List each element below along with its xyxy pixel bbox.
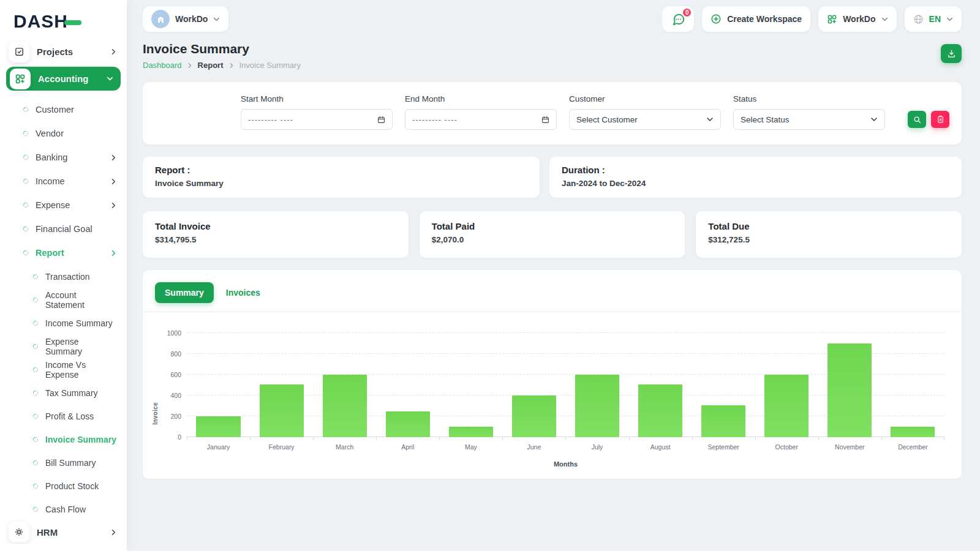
filter-panel: Start Month --------- ---- End Month ---… [143, 82, 962, 144]
sidebar-item-financial-goal[interactable]: Financial Goal [0, 217, 127, 241]
sidebar-item-projects[interactable]: Projects [0, 40, 127, 63]
total-invoice-card: Total Invoice $314,795.5 [143, 211, 409, 258]
bullet-icon [32, 459, 39, 466]
sidebar-item-label: Vendor [36, 129, 64, 138]
y-tick-label: 400 [159, 392, 181, 399]
chevron-down-icon [881, 16, 888, 23]
sidebar-item-accounting[interactable]: Accounting [6, 67, 121, 91]
tab-summary[interactable]: Summary [155, 282, 214, 303]
bar-cell-june [502, 333, 565, 437]
sidebar-item-label: Report [36, 248, 64, 258]
customer-select[interactable]: Select Customer [569, 109, 721, 130]
grid-plus-icon [10, 69, 31, 89]
chevron-down-icon [107, 75, 113, 82]
check-square-icon [9, 42, 29, 62]
start-month-input[interactable]: --------- ---- [241, 109, 393, 130]
report-info-row: Report : Invoice Summary Duration : Jan-… [143, 157, 962, 198]
x-axis-labels: JanuaryFebruaryMarchAprilMayJuneJulyAugu… [187, 437, 944, 451]
sidebar-item-income-summary[interactable]: Income Summary [0, 312, 127, 335]
download-report-button[interactable] [941, 44, 962, 63]
app-logo[interactable]: DASH [0, 7, 127, 40]
workdo-menu-label: WorkDo [843, 14, 875, 24]
apply-filter-button[interactable] [908, 111, 926, 128]
sidebar-item-bill-summary[interactable]: Bill Summary [0, 451, 127, 474]
bar-cell-october [755, 333, 818, 437]
sidebar-item-expense-summary[interactable]: Expense Summary [0, 335, 127, 358]
bar-cell-may [439, 333, 502, 437]
filter-buttons [908, 111, 949, 130]
sidebar-item-label: Transaction [45, 272, 90, 282]
sidebar-item-hrm[interactable]: HRM [0, 521, 127, 544]
globe-icon [913, 14, 924, 24]
x-tick-label-december: December [881, 437, 944, 451]
bullet-icon [32, 389, 39, 396]
sidebar-item-income[interactable]: Income [0, 170, 127, 193]
y-tick-label: 0 [159, 433, 181, 441]
total-due-card: Total Due $312,725.5 [696, 211, 962, 258]
bullet-icon [22, 178, 29, 185]
total-due-value: $312,725.5 [708, 235, 949, 244]
messages-button[interactable]: 0 [662, 6, 694, 32]
bar-december [891, 427, 935, 437]
sidebar-item-transaction[interactable]: Transaction [0, 265, 127, 288]
hrm-icon [9, 522, 29, 542]
reset-filter-button[interactable] [931, 111, 949, 128]
create-workspace-label: Create Workspace [727, 14, 802, 24]
sidebar-item-product-stock[interactable]: Product Stock [0, 474, 127, 498]
sidebar-item-label: Invoice Summary [45, 435, 116, 444]
bar-cell-march [313, 333, 376, 437]
breadcrumb-report[interactable]: Report [198, 61, 224, 70]
invoice-bar-chart: Invoice 02004006008001000 JanuaryFebruar… [143, 312, 962, 468]
sidebar-item-label: Banking [36, 152, 67, 162]
sidebar-item-label: Income Summary [45, 318, 113, 328]
bar-may [449, 427, 493, 437]
workdo-menu-button[interactable]: WorkDo [818, 6, 896, 32]
bullet-icon [22, 226, 29, 233]
x-tick-label-january: January [187, 437, 250, 451]
language-selector[interactable]: EN [905, 6, 962, 32]
sidebar-item-banking[interactable]: Banking [0, 146, 127, 170]
sidebar-item-income-vs-expense[interactable]: Income Vs Expense [0, 358, 127, 381]
bullet-icon [32, 273, 39, 280]
sidebar-item-vendor[interactable]: Vendor [0, 122, 127, 146]
workspace-switcher[interactable]: WorkDo [143, 6, 228, 32]
bullet-icon [22, 154, 29, 161]
end-month-input[interactable]: --------- ---- [405, 109, 557, 130]
bar-cell-november [818, 333, 881, 437]
x-tick-label-april: April [376, 437, 439, 451]
sidebar-item-report[interactable]: Report [0, 241, 127, 265]
breadcrumb-dashboard[interactable]: Dashboard [143, 61, 182, 70]
bar-april [386, 411, 430, 438]
bullet-icon [32, 506, 39, 512]
bar-july [575, 375, 619, 437]
sidebar-item-label: Bill Summary [45, 458, 96, 468]
total-due-label: Total Due [708, 221, 949, 231]
chevron-down-icon [213, 16, 220, 23]
tab-invoices[interactable]: Invoices [216, 282, 270, 303]
calendar-icon[interactable] [541, 116, 549, 124]
bar-february [260, 384, 304, 437]
calendar-icon[interactable] [377, 116, 385, 124]
bar-november [827, 343, 872, 437]
sidebar-item-profit-loss[interactable]: Profit & Loss [0, 405, 127, 428]
breadcrumb-current: Invoice Summary [239, 61, 301, 70]
total-invoice-value: $314,795.5 [155, 235, 396, 244]
logo-dash-accent [64, 20, 81, 25]
total-invoice-label: Total Invoice [155, 221, 396, 231]
customer-label: Customer [569, 94, 721, 103]
status-select[interactable]: Select Status [733, 109, 885, 130]
x-axis-title: Months [187, 460, 944, 468]
status-label: Status [733, 94, 885, 103]
sidebar-item-tax-summary[interactable]: Tax Summary [0, 381, 127, 405]
create-workspace-button[interactable]: Create Workspace [702, 6, 810, 32]
sidebar-nav: Projects Accounting CustomerVendorBankin… [0, 40, 127, 544]
sidebar-item-expense[interactable]: Expense [0, 193, 127, 217]
sidebar-item-label: Accounting [38, 73, 89, 84]
sidebar-item-invoice-summary[interactable]: Invoice Summary [0, 428, 127, 451]
sidebar-item-cash-flow[interactable]: Cash Flow [0, 498, 127, 521]
sidebar-item-account-statement[interactable]: Account Statement [0, 288, 127, 312]
y-tick-label: 1000 [159, 329, 181, 337]
sidebar-item-customer[interactable]: Customer [0, 98, 127, 122]
bullet-icon [22, 202, 29, 209]
chevron-right-icon [228, 62, 235, 69]
